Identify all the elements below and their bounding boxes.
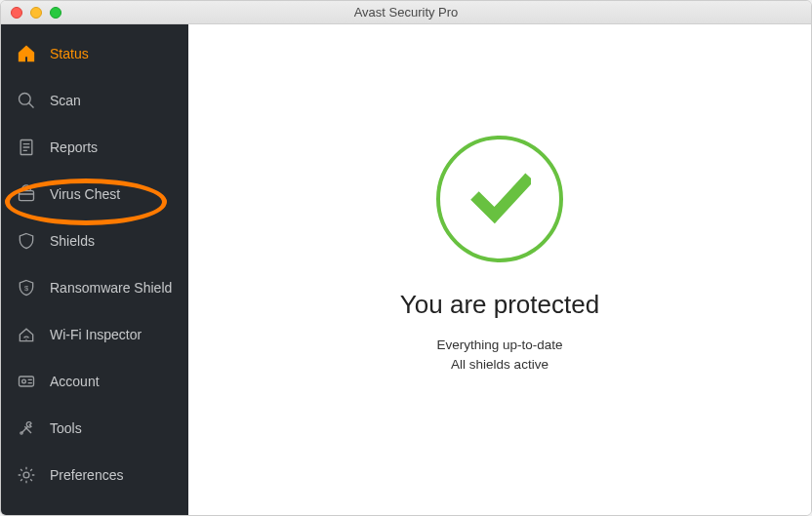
sidebar-item-label: Shields: [50, 233, 95, 249]
titlebar: Avast Security Pro: [1, 1, 811, 24]
sidebar-item-virus-chest[interactable]: Virus Chest: [1, 171, 188, 218]
status-line-2: All shields active: [451, 355, 548, 375]
status-line-1: Everything up-to-date: [436, 336, 562, 355]
window-zoom-button[interactable]: [50, 7, 61, 19]
window-title: Avast Security Pro: [1, 5, 811, 20]
svg-line-1: [29, 103, 34, 108]
sidebar-item-label: Account: [50, 374, 100, 389]
wifi-home-icon: [17, 325, 36, 344]
sidebar-item-label: Preferences: [50, 467, 123, 483]
sidebar-item-preferences[interactable]: Preferences: [1, 452, 188, 498]
sidebar-item-label: Ransomware Shield: [50, 280, 172, 296]
search-icon: [17, 91, 36, 110]
svg-point-0: [20, 94, 31, 105]
sidebar-item-tools[interactable]: Tools: [1, 405, 188, 452]
sidebar-item-label: Status: [50, 46, 89, 61]
sidebar-item-label: Scan: [50, 93, 81, 108]
checkmark-icon: [468, 166, 531, 232]
svg-rect-6: [20, 191, 34, 201]
window-body: Status Scan Reports Virus Chest: [1, 24, 811, 515]
svg-point-14: [23, 472, 29, 478]
gear-icon: [17, 465, 36, 485]
sidebar-item-reports[interactable]: Reports: [1, 124, 188, 171]
chest-icon: [17, 184, 36, 204]
window-minimize-button[interactable]: [30, 7, 42, 19]
tools-icon: [17, 418, 36, 438]
shield-icon: [17, 231, 36, 251]
document-icon: [17, 138, 36, 157]
sidebar-item-scan[interactable]: Scan: [1, 77, 188, 124]
svg-point-10: [22, 379, 26, 383]
sidebar-item-label: Reports: [50, 139, 98, 155]
status-heading: You are protected: [400, 290, 599, 320]
sidebar-item-label: Tools: [50, 420, 82, 436]
sidebar-item-ransomware-shield[interactable]: $ Ransomware Shield: [1, 264, 188, 311]
svg-point-8: [25, 338, 26, 339]
sidebar-item-shields[interactable]: Shields: [1, 218, 188, 264]
sidebar-item-label: Wi-Fi Inspector: [50, 327, 142, 342]
account-icon: [17, 372, 36, 391]
sidebar-item-status[interactable]: Status: [1, 30, 188, 77]
sidebar-item-wifi-inspector[interactable]: Wi-Fi Inspector: [1, 311, 188, 358]
app-window: Avast Security Pro Status Scan Reports: [0, 0, 812, 516]
sidebar-item-label: Virus Chest: [50, 186, 120, 202]
home-icon: [17, 44, 36, 63]
status-circle: [436, 136, 563, 262]
sidebar-item-account[interactable]: Account: [1, 358, 188, 405]
window-close-button[interactable]: [11, 7, 22, 19]
sidebar: Status Scan Reports Virus Chest: [1, 24, 188, 515]
ransomware-shield-icon: $: [17, 278, 36, 298]
main-panel: You are protected Everything up-to-date …: [188, 24, 811, 515]
svg-text:$: $: [24, 284, 29, 293]
traffic-lights: [1, 7, 61, 19]
